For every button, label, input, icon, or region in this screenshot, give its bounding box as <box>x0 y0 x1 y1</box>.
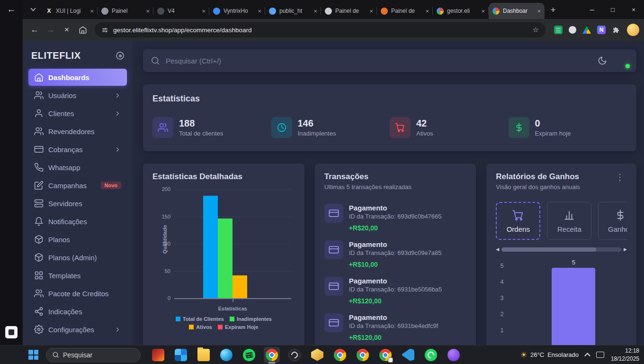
rail-app-icon[interactable] <box>5 326 18 338</box>
tab-close-icon[interactable]: × <box>481 8 485 15</box>
display-tray-icon[interactable] <box>596 352 604 358</box>
menu-pin-icon[interactable] <box>116 52 124 60</box>
sidebar-item-servidores[interactable]: Servidores <box>28 195 127 212</box>
tab-strip-tabs: XXUI | Logi×Painel×V4×VyntrixHo×public_h… <box>42 0 545 19</box>
sidebar-item-revendedores[interactable]: Revendedores <box>28 123 127 140</box>
tab-close-icon[interactable]: × <box>313 8 317 15</box>
chrome-profile-3[interactable] <box>377 347 394 363</box>
transaction-text: PagamentoID da Transação: 693d9c0b47665+… <box>349 204 442 232</box>
profile-avatar[interactable] <box>627 24 639 36</box>
more-options-icon[interactable]: ⋮ <box>613 172 627 182</box>
legend-label: Expiram Hoje <box>225 324 258 330</box>
browser-forward-button[interactable]: → <box>44 23 58 37</box>
sidebar-item-whatsapp[interactable]: Whatsapp <box>28 159 127 176</box>
browser-tab[interactable]: Painel de× <box>321 3 377 19</box>
address-bar[interactable]: gestor.eliteflixtv.shop/app/ecommerce/da… <box>95 22 546 37</box>
scroll-right-icon[interactable]: ▶ <box>624 247 627 252</box>
vscode-app[interactable] <box>400 347 416 363</box>
whatsapp-app[interactable] <box>423 347 439 363</box>
edge-app[interactable] <box>218 347 234 363</box>
browser-tab[interactable]: public_ht× <box>265 3 321 19</box>
gear-icon <box>34 325 44 334</box>
tab-close-icon[interactable]: × <box>425 8 429 15</box>
report-tab-ordens[interactable]: Ordens <box>496 202 540 240</box>
close-button[interactable]: × <box>623 0 644 19</box>
start-button[interactable] <box>28 350 38 360</box>
stat-label: Inadimplentes <box>298 130 336 137</box>
extensions-puzzle-icon[interactable] <box>612 26 620 34</box>
search-input[interactable] <box>166 57 592 65</box>
tray-chevron-up-icon[interactable] <box>584 353 590 359</box>
taskbar-search[interactable] <box>46 348 141 362</box>
tab-label: Painel de <box>335 8 366 14</box>
browser-tab[interactable]: Painel de× <box>377 3 433 19</box>
browser-stop-button[interactable]: × <box>60 23 74 37</box>
report-tabs-scrollbar: ◀ ▶ <box>496 247 627 252</box>
scrollbar-thumb[interactable] <box>501 247 596 252</box>
bookmark-star-icon[interactable]: ☆ <box>533 26 539 34</box>
browser-tab[interactable]: VyntrixHo× <box>209 3 265 19</box>
chrome-profile-1[interactable] <box>332 347 348 363</box>
scroll-left-icon[interactable]: ◀ <box>496 247 499 252</box>
new-tab-button[interactable]: + <box>546 3 560 17</box>
earnings-bar <box>552 268 595 345</box>
browser-home-button[interactable] <box>76 23 90 37</box>
sidebar-item-cobrancas[interactable]: Cobranças <box>28 141 127 158</box>
sidebar-item-dashboards[interactable]: Dashboards <box>28 69 127 86</box>
browser-tab[interactable]: XXUI | Logi× <box>42 3 98 19</box>
taskbar-clock[interactable]: 12:18 18/12/2025 <box>611 347 639 362</box>
sidebar-item-configuracoes[interactable]: Configurações <box>28 321 127 338</box>
sidebar-item-pacote-de-creditos[interactable]: Pacote de Creditos <box>28 285 127 302</box>
transaction-title: Pagamento <box>349 240 442 248</box>
game-app[interactable] <box>150 347 166 363</box>
dark-mode-toggle[interactable] <box>598 56 607 65</box>
scrollbar-track[interactable] <box>501 247 621 252</box>
report-tab-ganhos[interactable]: Ganhos <box>598 202 627 240</box>
store-app[interactable] <box>173 347 189 363</box>
sidebar-item-clientes[interactable]: Clientes <box>28 105 127 122</box>
tab-close-icon[interactable]: × <box>90 8 94 15</box>
sidebar-item-planos[interactable]: Planos <box>28 231 127 248</box>
sidebar-item-campanhas[interactable]: CampanhasNovo <box>28 177 127 194</box>
dark-circle-app[interactable] <box>286 347 303 363</box>
taskbar-search-input[interactable] <box>63 351 134 359</box>
back-arrow-icon[interactable]: ← <box>0 0 23 19</box>
sidebar-item-templates[interactable]: Templates <box>28 267 127 284</box>
media-app[interactable] <box>446 347 462 363</box>
site-info-icon[interactable] <box>101 27 108 34</box>
tab-close-icon[interactable]: × <box>146 8 150 15</box>
minimize-button[interactable]: ─ <box>581 0 602 19</box>
stat-item: 146Inadimplentes <box>271 117 390 138</box>
sidebar-item-notificacoes[interactable]: Notificações <box>28 213 127 230</box>
chrome-profile-2[interactable] <box>355 347 371 363</box>
tab-close-icon[interactable]: × <box>369 8 373 15</box>
weather-condition: Ensolarado <box>547 351 579 358</box>
share-icon <box>34 307 44 316</box>
weather-widget[interactable]: ☀ 26°C Ensolarado <box>520 350 579 359</box>
tab-close-icon[interactable]: × <box>258 8 261 15</box>
file-explorer-app[interactable] <box>196 347 212 363</box>
report-tab-receita[interactable]: Receita <box>547 202 591 240</box>
n-extension-icon[interactable]: N <box>597 26 606 34</box>
tab-search-button[interactable] <box>27 3 40 16</box>
sidebar-item-usuarios[interactable]: Usuários <box>28 87 127 104</box>
tab-close-icon[interactable]: × <box>202 8 206 15</box>
spotify-app[interactable] <box>241 347 257 363</box>
sidebar-item-planos-admin[interactable]: Planos (Admin) <box>28 249 127 266</box>
drive-extension-icon[interactable] <box>582 26 591 34</box>
browser-tab[interactable]: Dashboar× <box>489 3 545 19</box>
browser-tab[interactable]: gestor.eli× <box>433 3 489 19</box>
tab-close-icon[interactable]: × <box>537 8 541 15</box>
browser-tab[interactable]: V4× <box>153 3 209 19</box>
maximize-button[interactable]: □ <box>602 0 623 19</box>
gold-app[interactable] <box>309 347 325 363</box>
stat-value: 188 <box>179 118 223 129</box>
stat-text: 188Total de clientes <box>179 118 223 137</box>
chrome-app[interactable] <box>264 347 280 363</box>
chrome-profile-2-icon <box>357 349 369 361</box>
sheets-extension-icon[interactable] <box>554 26 563 34</box>
browser-tab[interactable]: Painel× <box>98 3 153 19</box>
circle-extension-icon[interactable] <box>569 26 576 34</box>
browser-back-button[interactable]: ← <box>27 23 42 37</box>
sidebar-item-indicacoes[interactable]: Indicações <box>28 303 127 320</box>
